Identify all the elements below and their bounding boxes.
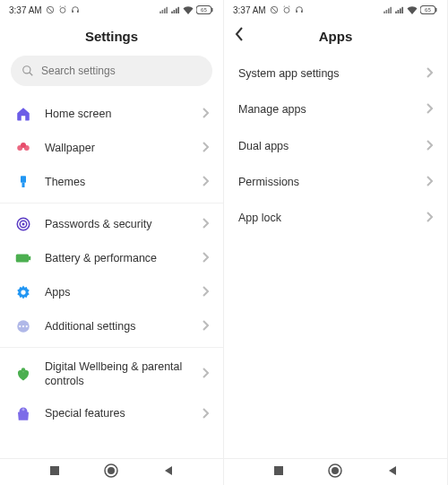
svg-rect-57 — [435, 8, 437, 13]
svg-point-27 — [22, 223, 25, 226]
dots-icon — [14, 317, 32, 335]
svg-point-2 — [60, 8, 65, 13]
settings-row-passwords-security[interactable]: Passwords & security — [0, 207, 223, 241]
signal-icon — [159, 6, 168, 13]
status-time: 3:37 AM — [233, 5, 266, 15]
row-label: Home screen — [45, 107, 202, 121]
row-label: Additional settings — [45, 319, 202, 333]
svg-line-3 — [59, 6, 60, 7]
chevron-right-icon — [202, 107, 209, 121]
settings-row-special-features[interactable]: Special features — [0, 397, 223, 431]
svg-rect-14 — [177, 7, 179, 13]
signal-icon-2 — [395, 6, 404, 13]
back-button[interactable] — [235, 27, 244, 46]
svg-point-31 — [21, 290, 25, 294]
svg-rect-53 — [398, 10, 400, 13]
svg-point-40 — [108, 467, 115, 474]
status-time: 3:37 AM — [9, 5, 42, 15]
settings-row-home-screen[interactable]: Home screen — [0, 97, 223, 131]
svg-rect-59 — [274, 466, 283, 475]
apps-row-system-app-settings[interactable]: System app settings — [224, 56, 447, 91]
nav-home[interactable] — [104, 463, 118, 481]
apps-list: System app settingsManage appsDual appsP… — [224, 52, 447, 458]
svg-rect-29 — [29, 256, 30, 261]
target-icon — [14, 215, 32, 233]
row-label: Dual apps — [238, 139, 426, 153]
svg-point-34 — [22, 325, 24, 327]
flower-icon — [14, 139, 32, 157]
nav-home[interactable] — [328, 463, 342, 481]
nav-back[interactable] — [162, 464, 175, 481]
apps-row-dual-apps[interactable]: Dual apps — [224, 128, 447, 164]
chevron-right-icon — [202, 407, 209, 421]
chevron-right-icon — [202, 217, 209, 231]
svg-rect-28 — [16, 255, 29, 263]
battery-icon: 65 — [420, 5, 438, 14]
row-label: Apps — [45, 285, 202, 299]
settings-row-themes[interactable]: Themes — [0, 165, 223, 199]
nav-recent[interactable] — [48, 464, 61, 481]
row-label: Passwords & security — [45, 217, 202, 231]
svg-rect-12 — [174, 10, 176, 13]
settings-group: Passwords & securityBattery & performanc… — [0, 204, 223, 348]
search-input[interactable] — [41, 65, 202, 77]
svg-rect-8 — [162, 10, 164, 13]
svg-line-42 — [271, 7, 277, 13]
svg-text:65: 65 — [425, 6, 431, 13]
search-bar[interactable] — [11, 56, 212, 86]
settings-group: Home screenWallpaperThemes — [0, 93, 223, 204]
svg-rect-48 — [383, 12, 385, 13]
settings-row-apps[interactable]: Apps — [0, 275, 223, 309]
chevron-right-icon — [202, 141, 209, 155]
apps-screen: 3:37 AM 65 Apps System app settingsManag… — [224, 0, 448, 485]
svg-rect-5 — [72, 10, 73, 13]
svg-line-1 — [47, 7, 53, 13]
chevron-right-icon — [426, 175, 433, 189]
svg-rect-46 — [296, 10, 297, 13]
svg-point-37 — [22, 408, 25, 411]
settings-row-digital-wellbeing[interactable]: Digital Wellbeing & parental controls — [0, 351, 223, 397]
brush-icon — [14, 173, 32, 191]
chevron-right-icon — [426, 211, 433, 225]
heart-icon — [14, 365, 32, 383]
headset-icon — [71, 5, 80, 14]
svg-rect-16 — [211, 8, 213, 13]
row-label: System app settings — [238, 66, 426, 81]
row-label: Manage apps — [238, 102, 426, 117]
header: Settings — [0, 20, 223, 52]
settings-row-battery-performance[interactable]: Battery & performance — [0, 241, 223, 275]
header: Apps — [224, 20, 447, 52]
settings-list: Home screenWallpaperThemesPasswords & se… — [0, 93, 223, 458]
svg-rect-49 — [386, 10, 388, 13]
svg-rect-7 — [159, 12, 161, 13]
chevron-right-icon — [426, 66, 433, 81]
status-bar: 3:37 AM 65 — [0, 0, 223, 20]
svg-rect-47 — [301, 10, 303, 13]
chevron-right-icon — [426, 102, 433, 117]
apps-row-permissions[interactable]: Permissions — [224, 164, 447, 200]
svg-point-43 — [284, 8, 289, 13]
gear-icon — [14, 283, 32, 301]
nav-back[interactable] — [386, 464, 399, 481]
chevron-right-icon — [202, 175, 209, 189]
search-icon — [22, 65, 34, 77]
svg-rect-24 — [22, 183, 25, 187]
apps-row-app-lock[interactable]: App lock — [224, 200, 447, 236]
row-label: App lock — [238, 211, 426, 225]
svg-line-45 — [289, 6, 289, 7]
svg-rect-11 — [171, 12, 173, 13]
svg-line-44 — [283, 6, 284, 7]
signal-icon — [383, 6, 392, 13]
svg-rect-23 — [21, 176, 26, 183]
battery-icon: 65 — [196, 5, 214, 14]
svg-point-61 — [332, 467, 339, 474]
apps-row-manage-apps[interactable]: Manage apps — [224, 91, 447, 127]
row-label: Battery & performance — [45, 251, 202, 265]
settings-row-additional-settings[interactable]: Additional settings — [0, 309, 223, 343]
svg-rect-38 — [50, 466, 59, 475]
page-title: Settings — [85, 29, 138, 44]
nav-recent[interactable] — [272, 464, 285, 481]
settings-row-wallpaper[interactable]: Wallpaper — [0, 131, 223, 165]
signal-icon-2 — [171, 6, 180, 13]
settings-screen: 3:37 AM 65 Settings Home screenWallpaper… — [0, 0, 224, 485]
